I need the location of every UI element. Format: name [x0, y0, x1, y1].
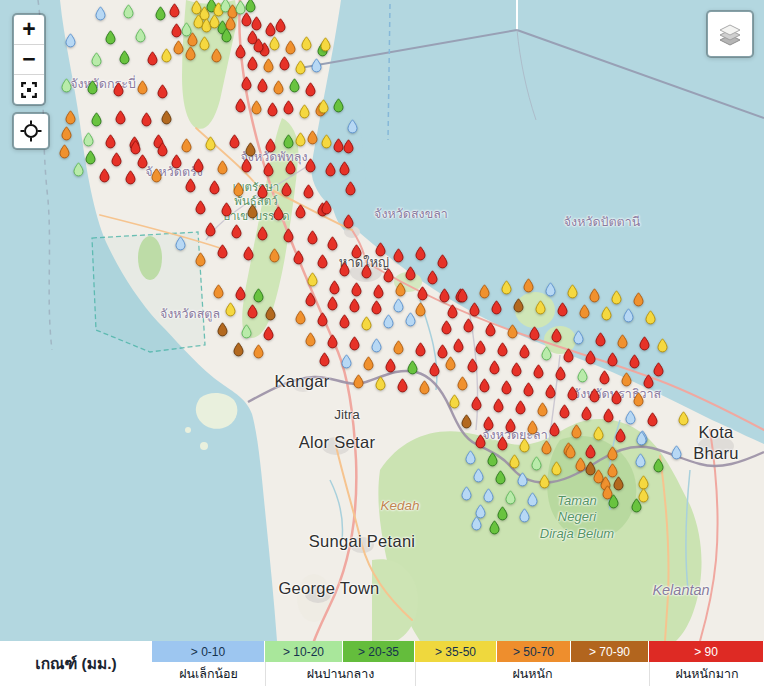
- rain-marker[interactable]: [427, 270, 438, 285]
- rain-marker[interactable]: [181, 138, 192, 153]
- rain-marker[interactable]: [515, 400, 526, 415]
- rain-marker[interactable]: [257, 226, 268, 241]
- rain-marker[interactable]: [273, 206, 284, 221]
- rain-marker[interactable]: [125, 170, 136, 185]
- fullscreen-button[interactable]: [14, 75, 44, 104]
- zoom-out-button[interactable]: −: [14, 45, 44, 75]
- rain-marker[interactable]: [577, 368, 588, 383]
- rain-marker[interactable]: [415, 342, 426, 357]
- rain-marker[interactable]: [283, 228, 294, 243]
- rain-marker[interactable]: [217, 244, 228, 259]
- rain-marker[interactable]: [235, 98, 246, 113]
- rain-marker[interactable]: [329, 280, 340, 295]
- rain-marker[interactable]: [505, 490, 516, 505]
- rain-marker[interactable]: [147, 51, 158, 66]
- rain-marker[interactable]: [539, 474, 550, 489]
- rain-marker[interactable]: [497, 436, 508, 451]
- rain-marker[interactable]: [603, 408, 614, 423]
- rain-marker[interactable]: [305, 158, 316, 173]
- rain-marker[interactable]: [479, 284, 490, 299]
- rain-marker[interactable]: [405, 312, 416, 327]
- rain-marker[interactable]: [141, 112, 152, 127]
- rain-marker[interactable]: [115, 110, 126, 125]
- rain-marker[interactable]: [461, 486, 472, 501]
- rain-marker[interactable]: [305, 82, 316, 97]
- rain-marker[interactable]: [285, 40, 296, 55]
- layers-button[interactable]: [706, 10, 754, 58]
- rain-marker[interactable]: [229, 134, 240, 149]
- rain-marker[interactable]: [375, 242, 386, 257]
- rain-marker[interactable]: [217, 322, 228, 337]
- rain-marker[interactable]: [83, 132, 94, 147]
- rain-marker[interactable]: [351, 244, 362, 259]
- rain-marker[interactable]: [295, 204, 306, 219]
- locate-button[interactable]: [12, 112, 50, 150]
- rain-marker[interactable]: [517, 472, 528, 487]
- rain-marker[interactable]: [295, 310, 306, 325]
- rain-marker[interactable]: [497, 506, 508, 521]
- rain-marker[interactable]: [347, 119, 358, 134]
- rain-marker[interactable]: [579, 304, 590, 319]
- rain-marker[interactable]: [187, 32, 198, 47]
- rain-marker[interactable]: [527, 492, 538, 507]
- rain-marker[interactable]: [563, 348, 574, 363]
- rain-marker[interactable]: [599, 370, 610, 385]
- rain-marker[interactable]: [636, 431, 647, 446]
- rain-marker[interactable]: [575, 457, 586, 472]
- rain-marker[interactable]: [429, 362, 440, 377]
- rain-marker[interactable]: [61, 78, 72, 93]
- rain-marker[interactable]: [535, 300, 546, 315]
- rain-marker[interactable]: [185, 178, 196, 193]
- rain-marker[interactable]: [541, 346, 552, 361]
- rain-marker[interactable]: [567, 284, 578, 299]
- rain-marker[interactable]: [549, 422, 560, 437]
- rain-marker[interactable]: [615, 428, 626, 443]
- rain-marker[interactable]: [457, 376, 468, 391]
- rain-marker[interactable]: [447, 304, 458, 319]
- rain-marker[interactable]: [311, 58, 322, 73]
- rain-marker[interactable]: [307, 130, 318, 145]
- rain-marker[interactable]: [559, 404, 570, 419]
- rain-marker[interactable]: [405, 266, 416, 281]
- rain-marker[interactable]: [383, 314, 394, 329]
- rain-marker[interactable]: [87, 80, 98, 95]
- rain-marker[interactable]: [529, 326, 540, 341]
- rain-marker[interactable]: [333, 98, 344, 113]
- rain-marker[interactable]: [281, 182, 292, 197]
- rain-marker[interactable]: [285, 160, 296, 175]
- rain-marker[interactable]: [171, 23, 182, 38]
- rain-marker[interactable]: [545, 282, 556, 297]
- rain-marker[interactable]: [613, 476, 624, 491]
- rain-marker[interactable]: [445, 356, 456, 371]
- rain-marker[interactable]: [253, 38, 264, 53]
- rain-marker[interactable]: [253, 288, 264, 303]
- rain-marker[interactable]: [533, 364, 544, 379]
- rain-marker[interactable]: [325, 162, 336, 177]
- rain-marker[interactable]: [453, 338, 464, 353]
- rain-marker[interactable]: [263, 326, 274, 341]
- rain-marker[interactable]: [61, 126, 72, 141]
- rain-marker[interactable]: [349, 336, 360, 351]
- rain-marker[interactable]: [317, 254, 328, 269]
- rain-marker[interactable]: [393, 298, 404, 313]
- rain-marker[interactable]: [647, 412, 658, 427]
- rain-marker[interactable]: [457, 288, 468, 303]
- rain-marker[interactable]: [137, 80, 148, 95]
- rain-marker[interactable]: [91, 112, 102, 127]
- rain-marker[interactable]: [221, 202, 232, 217]
- rain-marker[interactable]: [449, 394, 460, 409]
- rain-marker[interactable]: [385, 358, 396, 373]
- rain-marker[interactable]: [625, 410, 636, 425]
- map-canvas[interactable]: จังหวัดกระบี่จังหวัดตรังจังหวัดพัทลุงเขต…: [0, 0, 764, 641]
- rain-marker[interactable]: [65, 110, 76, 125]
- rain-marker[interactable]: [305, 332, 316, 347]
- rain-marker[interactable]: [593, 426, 604, 441]
- rain-marker[interactable]: [279, 56, 290, 71]
- rain-marker[interactable]: [293, 250, 304, 265]
- rain-marker[interactable]: [195, 252, 206, 267]
- rain-marker[interactable]: [257, 78, 268, 93]
- rain-marker[interactable]: [483, 488, 494, 503]
- rain-marker[interactable]: [475, 340, 486, 355]
- rain-marker[interactable]: [617, 334, 628, 349]
- rain-marker[interactable]: [487, 452, 498, 467]
